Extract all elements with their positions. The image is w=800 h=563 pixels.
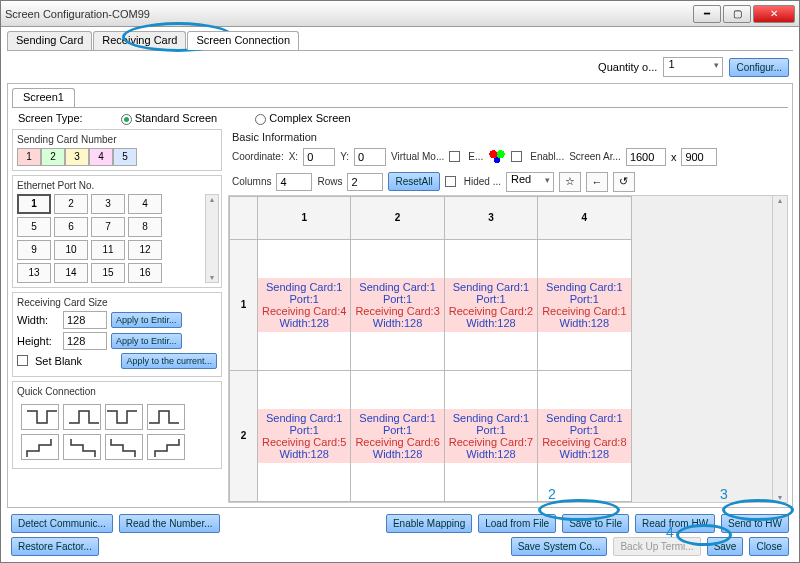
annotation-3: 3: [720, 486, 728, 502]
complex-label: Complex Screen: [269, 112, 350, 124]
e-check[interactable]: [449, 151, 460, 162]
tab-sending-card[interactable]: Sending Card: [7, 31, 92, 50]
port-13[interactable]: 13: [17, 263, 51, 283]
close-app-button[interactable]: Close: [749, 537, 789, 556]
hided-label: Hided ...: [464, 176, 501, 187]
receiving-cell[interactable]: Sending Card:1Port:1Receiving Card:8Widt…: [538, 409, 630, 463]
grid-scrollbar[interactable]: [772, 196, 787, 502]
sending-card-5[interactable]: 5: [113, 148, 137, 166]
receiving-cell[interactable]: Sending Card:1Port:1Receiving Card:2Widt…: [445, 278, 537, 332]
annotation-4: 4: [666, 524, 674, 540]
coord-label: Coordinate:: [232, 151, 284, 162]
set-blank-check[interactable]: [17, 355, 28, 366]
sending-card-1[interactable]: 1: [17, 148, 41, 166]
x-input[interactable]: [303, 148, 335, 166]
col-hdr: 1: [258, 196, 351, 239]
quick-pattern-6[interactable]: [63, 434, 101, 460]
minimize-button[interactable]: ━: [693, 5, 721, 23]
apply-width-button[interactable]: Apply to Entir...: [111, 312, 182, 328]
undo-icon[interactable]: ↺: [613, 172, 635, 192]
enable-check[interactable]: [511, 151, 522, 162]
port-5[interactable]: 5: [17, 217, 51, 237]
color-select[interactable]: Red: [506, 172, 554, 192]
port-10[interactable]: 10: [54, 240, 88, 260]
quick-pattern-1[interactable]: [21, 404, 59, 430]
quick-pattern-2[interactable]: [63, 404, 101, 430]
radio-complex[interactable]: [255, 114, 266, 125]
port-scrollbar[interactable]: [205, 194, 219, 283]
quick-pattern-4[interactable]: [147, 404, 185, 430]
rows-input[interactable]: [347, 173, 383, 191]
radio-standard[interactable]: [121, 114, 132, 125]
receiving-cell[interactable]: Sending Card:1Port:1Receiving Card:3Widt…: [351, 278, 443, 332]
hided-check[interactable]: [445, 176, 456, 187]
send-to-hw-button[interactable]: Send to HW: [721, 514, 789, 533]
reset-all-button[interactable]: ResetAll: [388, 172, 439, 191]
ethernet-port-group: Ethernet Port No. 1234567891011121314151…: [12, 175, 222, 288]
ethernet-title: Ethernet Port No.: [17, 180, 201, 191]
quantity-select[interactable]: 1: [663, 57, 723, 77]
rcsize-title: Receiving Card Size: [17, 297, 217, 308]
close-button[interactable]: ✕: [753, 5, 795, 23]
height-input[interactable]: [63, 332, 107, 350]
apply-height-button[interactable]: Apply to Entir...: [111, 333, 182, 349]
detect-button[interactable]: Detect Communic...: [11, 514, 113, 533]
quantity-label: Quantity o...: [598, 61, 657, 73]
sending-card-2[interactable]: 2: [41, 148, 65, 166]
back-icon[interactable]: ←: [586, 172, 608, 192]
configure-button[interactable]: Configur...: [729, 58, 789, 77]
port-2[interactable]: 2: [54, 194, 88, 214]
receiving-cell[interactable]: Sending Card:1Port:1Receiving Card:4Widt…: [258, 278, 350, 332]
port-8[interactable]: 8: [128, 217, 162, 237]
columns-input[interactable]: [276, 173, 312, 191]
screen-type-label: Screen Type:: [18, 112, 83, 124]
port-7[interactable]: 7: [91, 217, 125, 237]
port-3[interactable]: 3: [91, 194, 125, 214]
apply-current-button[interactable]: Apply to the current...: [121, 353, 217, 369]
backup-button: Back Up Termi...: [613, 537, 700, 556]
save-system-button[interactable]: Save System Co...: [511, 537, 608, 556]
port-15[interactable]: 15: [91, 263, 125, 283]
tab-screen-connection[interactable]: Screen Connection: [187, 31, 299, 50]
standard-label: Standard Screen: [135, 112, 218, 124]
port-1[interactable]: 1: [17, 194, 51, 214]
y-label: Y:: [340, 151, 349, 162]
tab-receiving-card[interactable]: Receiving Card: [93, 31, 186, 50]
load-from-file-button[interactable]: Load from File: [478, 514, 556, 533]
save-button[interactable]: Save: [707, 537, 744, 556]
width-label: Width:: [17, 314, 59, 326]
screen-h-input[interactable]: [681, 148, 717, 166]
restore-factory-button[interactable]: Restore Factor...: [11, 537, 99, 556]
receiving-cell[interactable]: Sending Card:1Port:1Receiving Card:7Widt…: [445, 409, 537, 463]
tab-screen1[interactable]: Screen1: [12, 88, 75, 107]
receiving-cell[interactable]: Sending Card:1Port:1Receiving Card:5Widt…: [258, 409, 350, 463]
enable-mapping-button[interactable]: Enable Mapping: [386, 514, 472, 533]
quick-pattern-3[interactable]: [105, 404, 143, 430]
col-hdr: 2: [351, 196, 444, 239]
quick-pattern-7[interactable]: [105, 434, 143, 460]
quick-pattern-5[interactable]: [21, 434, 59, 460]
star-icon[interactable]: ☆: [559, 172, 581, 192]
sending-card-4[interactable]: 4: [89, 148, 113, 166]
port-12[interactable]: 12: [128, 240, 162, 260]
y-input[interactable]: [354, 148, 386, 166]
port-6[interactable]: 6: [54, 217, 88, 237]
save-to-file-button[interactable]: Save to File: [562, 514, 629, 533]
receiving-cell[interactable]: Sending Card:1Port:1Receiving Card:6Widt…: [351, 409, 443, 463]
sending-card-3[interactable]: 3: [65, 148, 89, 166]
port-11[interactable]: 11: [91, 240, 125, 260]
port-16[interactable]: 16: [128, 263, 162, 283]
read-from-hw-button[interactable]: Read from HW: [635, 514, 715, 533]
port-9[interactable]: 9: [17, 240, 51, 260]
maximize-button[interactable]: ▢: [723, 5, 751, 23]
screen-ar-label: Screen Ar...: [569, 151, 621, 162]
width-input[interactable]: [63, 311, 107, 329]
port-14[interactable]: 14: [54, 263, 88, 283]
sending-card-group: Sending Card Number 1 2 3 4 5: [12, 129, 222, 171]
receiving-cell[interactable]: Sending Card:1Port:1Receiving Card:1Widt…: [538, 278, 630, 332]
read-number-button[interactable]: Read the Number...: [119, 514, 220, 533]
port-4[interactable]: 4: [128, 194, 162, 214]
screen-w-input[interactable]: [626, 148, 666, 166]
receiving-card-size-group: Receiving Card Size Width: Apply to Enti…: [12, 292, 222, 377]
quick-pattern-8[interactable]: [147, 434, 185, 460]
